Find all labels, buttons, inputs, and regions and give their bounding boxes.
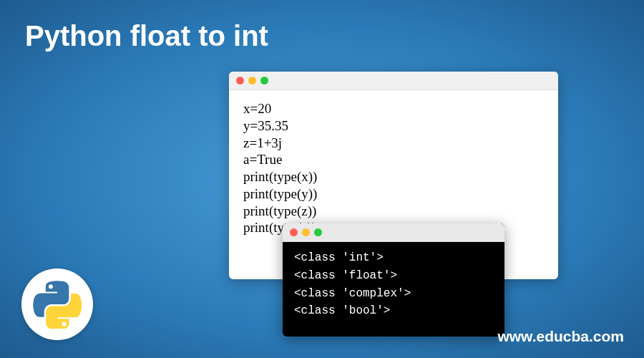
minimize-icon (302, 228, 310, 236)
output-window-header (283, 223, 504, 242)
python-logo-badge (21, 268, 93, 340)
maximize-icon (314, 228, 322, 236)
output-line: <class 'complex'> (294, 285, 493, 303)
output-window: <class 'int'> <class 'float'> <class 'co… (283, 223, 504, 337)
minimize-icon (248, 77, 256, 84)
code-line: print(type(x)) (243, 168, 544, 185)
code-line: z=1+3j (243, 135, 544, 152)
output-line: <class 'bool'> (294, 302, 493, 320)
code-line: y=35.35 (243, 117, 544, 135)
code-window-header (229, 72, 558, 90)
output-content: <class 'int'> <class 'float'> <class 'co… (283, 242, 504, 327)
maximize-icon (260, 77, 268, 84)
python-icon (33, 280, 82, 329)
close-icon (236, 77, 244, 84)
output-line: <class 'int'> (294, 249, 493, 267)
close-icon (290, 228, 298, 236)
website-url: www.educba.com (497, 328, 624, 345)
page-title: Python float to int (25, 20, 268, 52)
code-line: print(type(y)) (243, 185, 544, 203)
code-line: a=True (243, 151, 544, 168)
code-line: x=20 (243, 100, 544, 117)
code-line: print(type(z)) (243, 203, 544, 220)
output-line: <class 'float'> (294, 267, 493, 285)
